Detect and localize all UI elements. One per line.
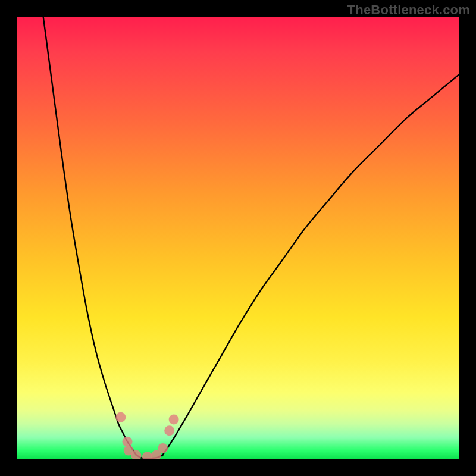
v-curve-path xyxy=(43,17,459,459)
plot-area xyxy=(17,17,459,459)
marker-dot-0 xyxy=(115,412,126,422)
marker-dot-4 xyxy=(142,452,152,459)
marker-dot-7 xyxy=(164,425,174,436)
chart-frame: TheBottleneck.com xyxy=(0,0,476,476)
curve-layer xyxy=(17,17,459,459)
marker-dot-1 xyxy=(123,437,133,447)
watermark-text: TheBottleneck.com xyxy=(347,2,470,18)
bottleneck-curve xyxy=(43,17,459,459)
marker-dot-8 xyxy=(169,415,179,425)
marker-dot-6 xyxy=(158,443,168,453)
